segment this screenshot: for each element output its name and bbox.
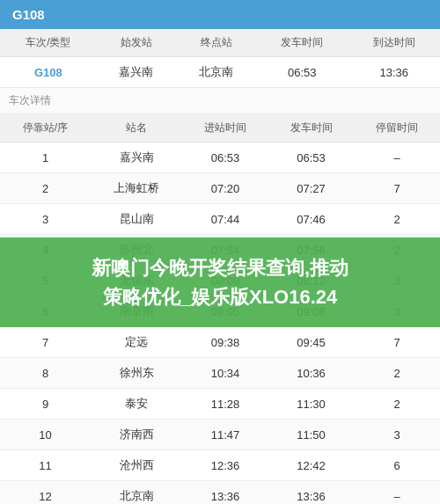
summary-depart: 06:53 [256, 57, 348, 88]
detail-col-stay: 停留时间 [354, 114, 440, 142]
stop-seq: 9 [0, 389, 91, 420]
stop-station: 北京南 [91, 481, 182, 505]
stop-depart: 12:42 [268, 450, 355, 481]
summary-to: 北京南 [176, 57, 256, 88]
stop-stay: 6 [354, 450, 440, 481]
summary-table: 车次/类型 始发站 终点站 发车时间 到达时间 G108 嘉兴南 北京南 06:… [0, 29, 440, 88]
stop-depart: 10:36 [268, 358, 355, 389]
stop-depart: 11:50 [268, 420, 355, 450]
summary-arrive: 13:36 [348, 57, 440, 88]
summary-col-to: 终点站 [176, 29, 256, 57]
stop-arrive: 11:28 [182, 389, 268, 420]
detail-col-arrive: 进站时间 [182, 114, 268, 142]
stop-seq: 10 [0, 420, 91, 450]
stop-stay: 2 [354, 389, 440, 420]
overlay-line2: 策略优化_娱乐版XLO16.24 [18, 282, 422, 311]
stop-seq: 11 [0, 450, 91, 481]
stop-station: 上海虹桥 [91, 173, 182, 204]
stop-arrive: 13:36 [182, 481, 268, 505]
stop-station: 昆山南 [91, 204, 182, 235]
summary-col-train: 车次/类型 [0, 29, 97, 57]
stop-arrive: 11:47 [182, 420, 268, 450]
stop-stay: 7 [354, 327, 440, 358]
stop-station: 徐州东 [91, 358, 182, 389]
summary-col-from: 始发站 [97, 29, 177, 57]
stop-seq: 7 [0, 327, 91, 358]
stop-arrive: 09:38 [182, 327, 268, 358]
stop-depart: 06:53 [268, 142, 355, 173]
stop-stay: 2 [354, 204, 440, 235]
stop-depart: 07:46 [268, 204, 355, 235]
stop-arrive: 10:34 [182, 358, 268, 389]
summary-from: 嘉兴南 [97, 57, 177, 88]
table-row: 2上海虹桥07:2007:277 [0, 173, 440, 204]
table-row: 11沧州西12:3612:426 [0, 450, 440, 481]
stop-depart: 09:45 [268, 327, 355, 358]
table-row: 1嘉兴南06:5306:53– [0, 142, 440, 173]
stop-seq: 12 [0, 481, 91, 505]
summary-col-arrive: 到达时间 [348, 29, 440, 57]
stop-seq: 2 [0, 173, 91, 204]
stop-station: 定远 [91, 327, 182, 358]
stop-stay: – [354, 142, 440, 173]
detail-col-station: 站名 [91, 114, 182, 142]
stop-arrive: 12:36 [182, 450, 268, 481]
table-row: 10济南西11:4711:503 [0, 420, 440, 450]
stop-arrive: 07:44 [182, 204, 268, 235]
stop-station: 济南西 [91, 420, 182, 450]
summary-row: G108 嘉兴南 北京南 06:53 13:36 [0, 57, 440, 88]
stop-depart: 11:30 [268, 389, 355, 420]
page-header: G108 [0, 0, 440, 29]
stop-seq: 1 [0, 142, 91, 173]
page-wrapper: G108 车次/类型 始发站 终点站 发车时间 到达时间 G108 嘉兴南 北京… [0, 0, 440, 504]
stop-stay: – [354, 481, 440, 505]
stop-stay: 7 [354, 173, 440, 204]
summary-col-depart: 发车时间 [256, 29, 348, 57]
stop-station: 沧州西 [91, 450, 182, 481]
train-id-header: G108 [12, 7, 45, 22]
stop-seq: 3 [0, 204, 91, 235]
stop-depart: 13:36 [268, 481, 355, 505]
table-row: 7定远09:3809:457 [0, 327, 440, 358]
stop-stay: 3 [354, 420, 440, 450]
detail-section-label: 车次详情 [0, 88, 440, 114]
stop-station: 泰安 [91, 389, 182, 420]
table-row: 9泰安11:2811:302 [0, 389, 440, 420]
overlay-banner: 新噢门今晚开奖结果查询,推动 策略优化_娱乐版XLO16.24 [0, 237, 440, 327]
stop-station: 嘉兴南 [91, 142, 182, 173]
summary-train: G108 [0, 57, 97, 88]
table-row: 8徐州东10:3410:362 [0, 358, 440, 389]
stop-seq: 8 [0, 358, 91, 389]
stop-stay: 2 [354, 358, 440, 389]
table-row: 12北京南13:3613:36– [0, 481, 440, 505]
detail-col-seq: 停靠站/序 [0, 114, 91, 142]
overlay-line1: 新噢门今晚开奖结果查询,推动 [18, 253, 422, 282]
stop-depart: 07:27 [268, 173, 355, 204]
table-row: 3昆山南07:4407:462 [0, 204, 440, 235]
stop-arrive: 06:53 [182, 142, 268, 173]
detail-col-depart: 发车时间 [268, 114, 355, 142]
stop-arrive: 07:20 [182, 173, 268, 204]
